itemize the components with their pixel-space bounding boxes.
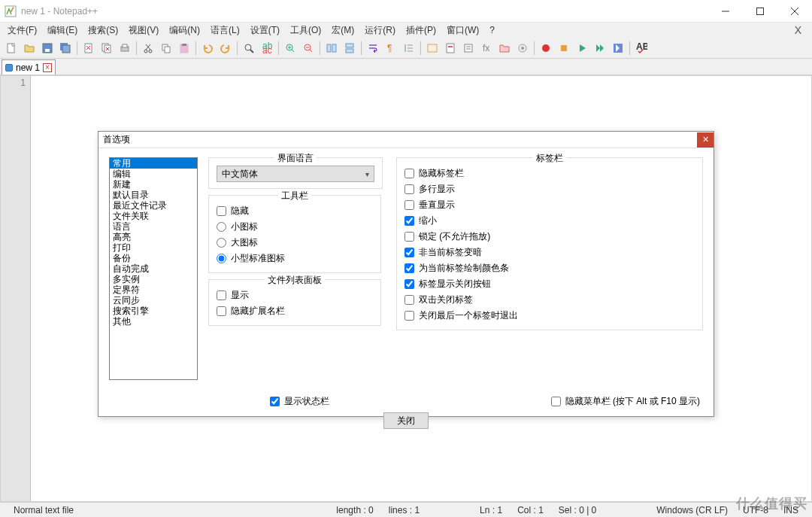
category-item[interactable]: 最近文件记录 xyxy=(110,200,197,211)
category-item[interactable]: 其他 xyxy=(110,316,197,327)
doclist-icon[interactable] xyxy=(460,40,477,56)
menu-file[interactable]: 文件(F) xyxy=(3,23,41,38)
status-lines: lines : 1 xyxy=(381,505,427,515)
maximize-button[interactable] xyxy=(743,0,777,23)
category-item[interactable]: 云同步 xyxy=(110,295,197,306)
category-item[interactable]: 语言 xyxy=(110,221,197,232)
sync-h-icon[interactable] xyxy=(341,40,358,56)
menu-run[interactable]: 运行(R) xyxy=(360,23,400,38)
tab-vertical-checkbox[interactable]: 垂直显示 xyxy=(404,197,695,213)
save-all-icon[interactable] xyxy=(57,40,74,56)
category-item[interactable]: 备份 xyxy=(110,253,197,263)
menu-help[interactable]: ? xyxy=(485,24,499,36)
menu-search[interactable]: 搜索(S) xyxy=(83,23,123,38)
funclist-icon[interactable]: fx xyxy=(478,40,495,56)
hide-menubar-checkbox[interactable]: 隐藏菜单栏 (按下 Alt 或 F10 显示) xyxy=(551,394,700,409)
sync-v-icon[interactable] xyxy=(323,40,340,56)
cut-icon[interactable] xyxy=(140,40,156,56)
close-button[interactable] xyxy=(777,0,812,23)
menu-settings[interactable]: 设置(T) xyxy=(246,23,284,38)
wordwrap-icon[interactable] xyxy=(365,40,381,56)
stop-icon[interactable] xyxy=(556,40,572,56)
status-bar: Normal text file length : 0 lines : 1 Ln… xyxy=(0,502,812,517)
menu-encoding[interactable]: 编码(N) xyxy=(165,23,205,38)
redo-icon[interactable] xyxy=(217,40,234,56)
udl-icon[interactable] xyxy=(424,40,441,56)
spellcheck-icon[interactable]: ABC xyxy=(633,40,650,56)
menu-window[interactable]: 窗口(W) xyxy=(442,23,483,38)
menu-macro[interactable]: 宏(M) xyxy=(327,23,359,38)
allchars-icon[interactable]: ¶ xyxy=(383,40,399,56)
category-list[interactable]: 常用 编辑 新建 默认目录 最近文件记录 文件关联 语言 高亮 打印 备份 自动… xyxy=(109,157,198,380)
menu-tools[interactable]: 工具(O) xyxy=(286,23,326,38)
save-macro-icon[interactable] xyxy=(610,40,626,56)
category-item[interactable]: 文件关联 xyxy=(110,211,197,221)
indent-guide-icon[interactable] xyxy=(401,40,417,56)
play-icon[interactable] xyxy=(574,40,590,56)
replace-icon[interactable]: abac xyxy=(259,40,275,56)
menu-language[interactable]: 语言(L) xyxy=(206,23,244,38)
docmap-icon[interactable] xyxy=(442,40,459,56)
ui-language-combo[interactable]: 中文简体 ▾ xyxy=(217,166,374,182)
svg-rect-39 xyxy=(327,44,331,52)
tab-small-checkbox[interactable]: 缩小 xyxy=(404,213,695,229)
category-item[interactable]: 默认目录 xyxy=(110,190,197,200)
ui-language-group: 界面语言 中文简体 ▾ xyxy=(208,157,383,189)
toolbar-small-radio[interactable]: 小图标 xyxy=(217,219,373,235)
tab-inactive-dark-checkbox[interactable]: 非当前标签变暗 xyxy=(404,245,695,260)
copy-icon[interactable] xyxy=(158,40,174,56)
zoom-out-icon[interactable] xyxy=(300,40,317,56)
svg-rect-40 xyxy=(332,44,336,52)
menu-edit[interactable]: 编辑(E) xyxy=(43,23,82,38)
undo-icon[interactable] xyxy=(199,40,216,56)
tab-close-icon[interactable]: × xyxy=(43,63,52,72)
document-tab[interactable]: new 1 × xyxy=(2,59,56,75)
new-file-icon[interactable] xyxy=(3,40,20,56)
category-item[interactable]: 常用 xyxy=(110,158,197,169)
category-item[interactable]: 搜索引擎 xyxy=(110,306,197,316)
tab-lock-checkbox[interactable]: 锁定 (不允许拖放) xyxy=(404,229,695,245)
toolbar-separator xyxy=(534,41,535,55)
svg-rect-50 xyxy=(448,46,453,47)
tab-lastexit-checkbox[interactable]: 关闭最后一个标签时退出 xyxy=(404,308,695,324)
tab-closebtn-checkbox[interactable]: 标签显示关闭按钮 xyxy=(404,276,695,292)
category-item[interactable]: 自动完成 xyxy=(110,263,197,274)
combo-value: 中文简体 xyxy=(222,168,258,181)
menu-view[interactable]: 视图(V) xyxy=(124,23,163,38)
find-icon[interactable] xyxy=(241,40,257,56)
record-icon[interactable] xyxy=(538,40,554,56)
close-all-icon[interactable] xyxy=(98,40,115,56)
toolbar-big-radio[interactable]: 大图标 xyxy=(217,235,373,251)
category-item[interactable]: 编辑 xyxy=(110,169,197,179)
toolbar-hide-checkbox[interactable]: 隐藏 xyxy=(217,203,373,219)
minimize-button[interactable] xyxy=(708,0,743,23)
save-icon[interactable] xyxy=(39,40,56,56)
menu-plugins[interactable]: 插件(P) xyxy=(401,23,441,38)
toolbar-std-radio[interactable]: 小型标准图标 xyxy=(217,251,373,266)
status-encoding: UTF-8 xyxy=(735,505,776,515)
monitor-icon[interactable] xyxy=(514,40,531,56)
tab-hide-checkbox[interactable]: 隐藏标签栏 xyxy=(404,166,695,181)
folder-ws-icon[interactable] xyxy=(496,40,513,56)
category-item[interactable]: 高亮 xyxy=(110,232,197,242)
mdi-close-button[interactable]: X xyxy=(787,24,809,36)
print-icon[interactable] xyxy=(117,40,133,56)
tab-dblclick-close-checkbox[interactable]: 双击关闭标签 xyxy=(404,292,695,308)
show-statusbar-checkbox[interactable]: 显示状态栏 xyxy=(270,394,329,409)
doclist-hideext-checkbox[interactable]: 隐藏扩展名栏 xyxy=(217,303,373,319)
close-file-icon[interactable] xyxy=(80,40,97,56)
zoom-in-icon[interactable] xyxy=(282,40,298,56)
category-item[interactable]: 多实例 xyxy=(110,274,197,284)
open-file-icon[interactable] xyxy=(21,40,38,56)
paste-icon[interactable] xyxy=(176,40,192,56)
tab-multiline-checkbox[interactable]: 多行显示 xyxy=(404,181,695,197)
dialog-close-button[interactable]: ✕ xyxy=(697,132,714,147)
category-item[interactable]: 定界符 xyxy=(110,284,197,295)
dialog-close-action-button[interactable]: 关闭 xyxy=(383,412,429,429)
play-multi-icon[interactable] xyxy=(592,40,608,56)
category-item[interactable]: 新建 xyxy=(110,179,197,190)
tab-colorbar-checkbox[interactable]: 为当前标签绘制颜色条 xyxy=(404,260,695,276)
doclist-show-checkbox[interactable]: 显示 xyxy=(217,287,373,303)
window-titlebar: new 1 - Notepad++ xyxy=(0,0,812,23)
category-item[interactable]: 打印 xyxy=(110,242,197,253)
